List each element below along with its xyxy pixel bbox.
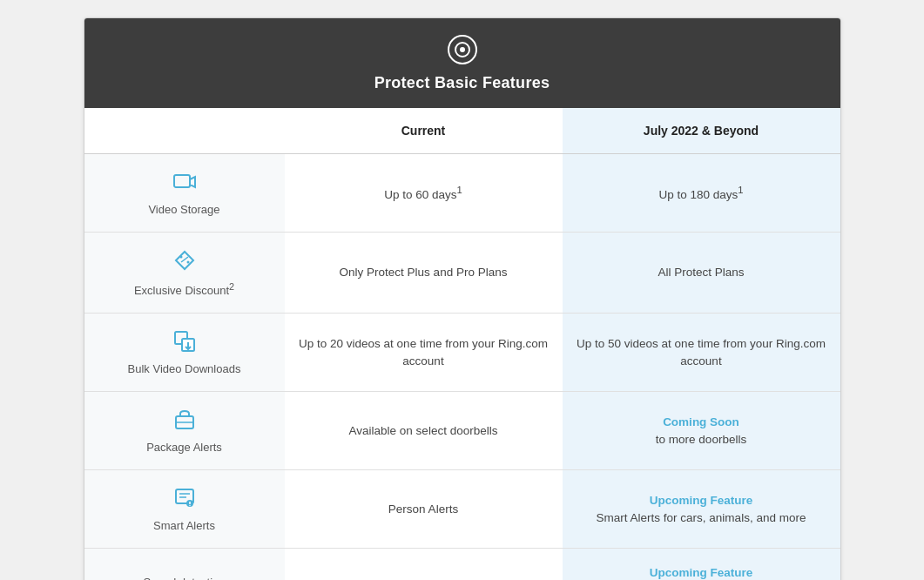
upcoming-feature-label-smart: Upcoming Feature [597, 492, 806, 509]
exclusive-discount-label: Exclusive Discount2 [134, 281, 234, 297]
table-title: Protect Basic Features [374, 74, 550, 92]
col-header-july: July 2022 & Beyond [563, 108, 840, 154]
svg-marker-4 [190, 177, 195, 187]
current-sound-detection: – [285, 549, 563, 580]
package-alerts-label: Package Alerts [146, 441, 222, 454]
svg-rect-3 [174, 175, 190, 187]
current-package-alerts: Available on select doorbells [285, 392, 563, 470]
current-bulk-video: Up to 20 videos at one time from your Ri… [285, 314, 563, 392]
feature-cell-package-alerts: Package Alerts [84, 392, 285, 470]
ring-logo-icon [447, 34, 478, 69]
feature-cell-bulk-video: Bulk Video Downloads [84, 314, 285, 392]
smart-alerts-label: Smart Alerts [153, 519, 215, 532]
video-storage-label: Video Storage [148, 203, 219, 216]
feature-cell-sound-detection: Sound detection [84, 549, 285, 580]
exclusive-discount-icon [172, 248, 197, 276]
table-grid: Current July 2022 & Beyond Video Storage… [84, 108, 840, 580]
july-package-alerts: Coming Soon to more doorbells [563, 392, 840, 470]
july-sound-detection: Upcoming Feature Alerts for sounds like … [563, 549, 840, 580]
july-smart-alerts: Upcoming Feature Smart Alerts for cars, … [563, 470, 840, 549]
bulk-video-label: Bulk Video Downloads [128, 362, 241, 375]
col-header-current: Current [285, 108, 563, 154]
package-alerts-icon [172, 408, 197, 435]
svg-point-7 [186, 261, 189, 264]
feature-table: Protect Basic Features Current July 2022… [84, 17, 841, 580]
upcoming-feature-label-sound: Upcoming Feature [581, 564, 822, 580]
col-header-empty [84, 108, 285, 154]
july-bulk-video: Up to 50 videos at one time from your Ri… [563, 314, 840, 392]
current-exclusive-discount: Only Protect Plus and Pro Plans [285, 233, 563, 314]
package-alerts-july-sub: to more doorbells [656, 431, 746, 448]
current-smart-alerts: Person Alerts [285, 470, 563, 549]
video-storage-icon [172, 170, 197, 198]
svg-point-2 [460, 47, 465, 52]
july-video-storage: Up to 180 days1 [563, 154, 840, 233]
coming-soon-label: Coming Soon [656, 414, 746, 431]
sound-detection-label: Sound detection [144, 576, 226, 580]
table-header: Protect Basic Features [84, 18, 840, 108]
feature-cell-video-storage: Video Storage [84, 154, 285, 233]
svg-point-18 [189, 505, 190, 506]
current-video-storage: Up to 60 days1 [285, 154, 563, 233]
feature-cell-exclusive-discount: Exclusive Discount2 [84, 233, 285, 314]
feature-cell-smart-alerts: Smart Alerts [84, 470, 285, 549]
smart-alerts-icon [172, 486, 197, 514]
bulk-video-icon [172, 329, 197, 357]
svg-point-5 [179, 256, 182, 259]
smart-alerts-july-sub: Smart Alerts for cars, animals, and more [597, 509, 806, 527]
july-exclusive-discount: All Protect Plans [563, 233, 840, 314]
